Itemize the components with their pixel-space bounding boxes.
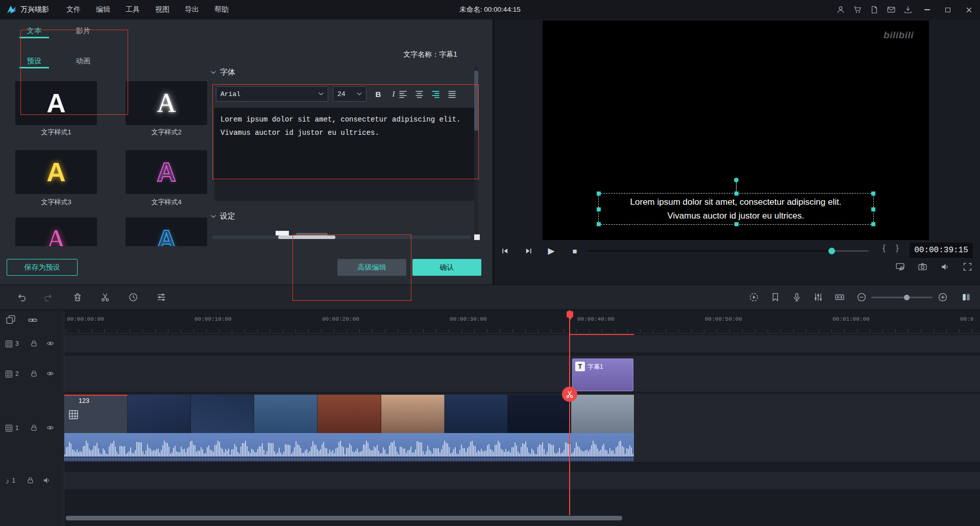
audio-mixer-button[interactable] [812, 291, 824, 303]
seek-slider-thumb[interactable] [828, 248, 835, 254]
text-preset-3[interactable]: A [15, 150, 97, 194]
handle-top-left[interactable] [597, 192, 601, 196]
align-justify-button[interactable] [446, 89, 458, 100]
toggle-visibility-button[interactable] [46, 424, 55, 432]
align-left-button[interactable] [397, 89, 409, 100]
subtab-preset[interactable]: 预设 [19, 56, 49, 66]
account-icon[interactable] [837, 6, 845, 14]
display-settings-button[interactable] [896, 262, 904, 271]
media-manager-button[interactable] [6, 315, 15, 324]
video-track-3-band[interactable] [64, 335, 980, 352]
store-cart-icon[interactable] [853, 6, 862, 14]
handle-middle-left[interactable] [597, 207, 601, 211]
lock-track-button[interactable] [27, 476, 35, 485]
text-overlay-selection[interactable]: Lorem ipsum dolor sit amet, consectetur … [598, 193, 874, 225]
subtab-animation[interactable]: 动画 [68, 56, 98, 66]
panels-icon [962, 293, 971, 302]
mark-out-button[interactable]: } [896, 243, 899, 253]
text-preset-4[interactable]: A [126, 150, 207, 194]
audio-waveform[interactable] [64, 433, 634, 462]
menu-view[interactable]: 视图 [155, 5, 169, 14]
playhead-line[interactable] [569, 310, 570, 515]
menu-edit[interactable]: 编辑 [96, 5, 110, 14]
menu-export[interactable]: 导出 [185, 5, 199, 14]
zoom-out-button[interactable] [855, 291, 868, 303]
toggle-visibility-button[interactable] [46, 370, 55, 378]
toggle-visibility-button[interactable] [46, 340, 55, 348]
voiceover-button[interactable] [791, 291, 803, 303]
undo-button[interactable] [16, 291, 28, 303]
lock-track-button[interactable] [30, 424, 38, 432]
text-preset-2[interactable]: A [126, 81, 207, 125]
adjust-button[interactable] [155, 291, 167, 303]
audio-track-1-band[interactable] [64, 472, 980, 489]
mute-track-button[interactable] [43, 476, 51, 485]
timeline-scrollbar[interactable] [66, 516, 622, 520]
save-as-preset-button[interactable]: 保存为预设 [7, 259, 78, 276]
font-family-select[interactable]: Arial [216, 86, 328, 102]
text-content-input[interactable]: Lorem ipsum dolor sit amet, consectetur … [214, 108, 478, 180]
bold-button[interactable]: B [371, 87, 385, 101]
timeline-zoom-slider[interactable] [871, 297, 933, 298]
vertical-scrollbar-thumb[interactable] [474, 70, 478, 131]
mark-in-button[interactable]: { [883, 243, 886, 253]
settings-section-header[interactable]: 设定 [211, 211, 235, 221]
text-preset-1[interactable]: A [15, 81, 97, 125]
align-right-button[interactable] [430, 89, 442, 100]
handle-top-middle[interactable] [734, 192, 739, 196]
text-preset-6[interactable]: A [126, 218, 207, 246]
snapshot-button[interactable] [918, 262, 927, 271]
font-size-select[interactable]: 24 [333, 86, 366, 102]
video-track-2-band[interactable] [64, 356, 980, 392]
advanced-edit-button[interactable]: 高级编辑 [337, 259, 406, 276]
project-file-icon[interactable] [870, 6, 878, 14]
message-icon[interactable] [887, 6, 895, 14]
handle-bottom-middle[interactable] [734, 222, 739, 226]
render-preview-button[interactable] [748, 291, 760, 303]
split-button[interactable] [99, 291, 111, 303]
font-section-header[interactable]: 字体 [211, 67, 235, 77]
redo-button[interactable] [42, 291, 54, 303]
align-center-button[interactable] [413, 89, 426, 100]
maximize-button[interactable] [942, 4, 954, 16]
handle-top-right[interactable] [871, 192, 875, 196]
rotation-handle[interactable] [734, 178, 739, 182]
handle-bottom-left[interactable] [597, 222, 601, 226]
lock-track-button[interactable] [30, 340, 38, 348]
track-manager-button[interactable] [834, 291, 846, 303]
stop-button[interactable]: ■ [568, 244, 582, 258]
fullscreen-button[interactable] [963, 262, 972, 271]
marker-button[interactable] [769, 291, 781, 303]
lock-track-button[interactable] [30, 370, 38, 378]
delete-button[interactable] [71, 291, 84, 303]
confirm-button[interactable]: 确认 [412, 259, 481, 276]
previous-frame-button[interactable] [498, 244, 512, 258]
download-center-icon[interactable] [904, 6, 912, 14]
handle-bottom-right[interactable] [871, 222, 875, 226]
next-frame-button[interactable] [521, 244, 535, 258]
handle-middle-right[interactable] [871, 207, 875, 211]
play-button[interactable]: ▶ [544, 244, 558, 258]
menu-help[interactable]: 帮助 [214, 5, 229, 14]
minimize-button[interactable] [921, 4, 933, 16]
volume-button[interactable] [941, 262, 949, 271]
video-clip[interactable]: 123 [64, 395, 634, 433]
timeline-zoom-thumb[interactable] [904, 295, 910, 300]
menu-tools[interactable]: 工具 [126, 5, 140, 14]
duration-button[interactable] [127, 291, 139, 303]
zoom-in-button[interactable] [937, 291, 949, 303]
horizontal-scrollbar-thumb[interactable] [278, 235, 335, 239]
text-preset-5[interactable]: A [15, 218, 97, 246]
close-button[interactable] [963, 4, 975, 16]
subtitle-clip[interactable]: T 字幕1 [572, 358, 633, 391]
tab-text[interactable]: 文本 [19, 26, 49, 36]
timeline-view-toggle[interactable] [960, 291, 972, 303]
cut-badge[interactable] [562, 387, 577, 402]
seek-slider[interactable] [587, 250, 869, 252]
horizontal-scrollbar-track[interactable] [212, 235, 471, 239]
link-clips-button[interactable] [28, 316, 37, 325]
video-viewport[interactable]: bilibili Lorem ipsum dolor sit amet, con… [543, 20, 929, 240]
tab-media[interactable]: 影片 [68, 26, 98, 36]
playhead-pin[interactable] [567, 311, 573, 318]
menu-file[interactable]: 文件 [66, 5, 81, 14]
